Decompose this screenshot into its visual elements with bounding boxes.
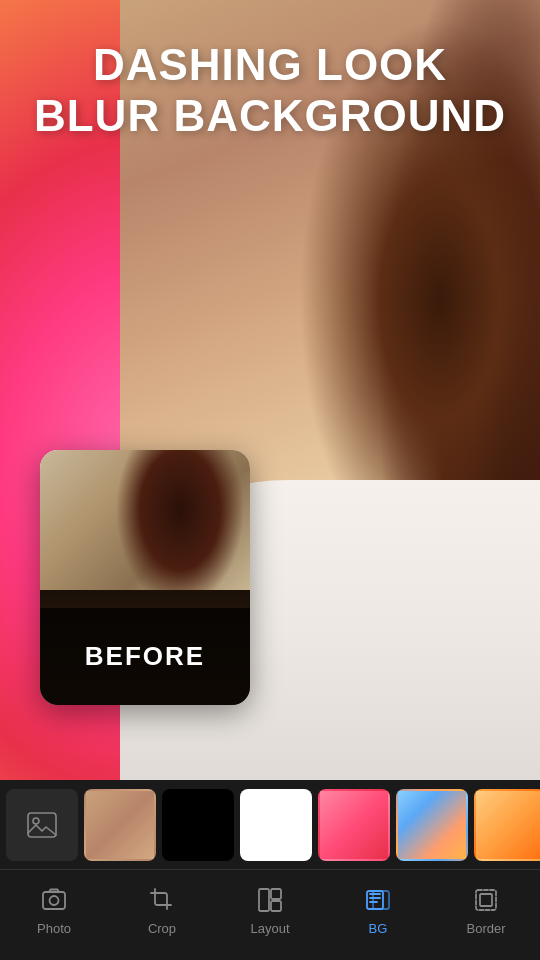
bg-option-gradient-pink[interactable] bbox=[318, 789, 390, 861]
svg-rect-0 bbox=[28, 813, 56, 837]
main-title: DASHING LOOK BLUR BACKGROUND bbox=[0, 40, 540, 141]
bg-option-original[interactable] bbox=[84, 789, 156, 861]
svg-point-1 bbox=[33, 818, 39, 824]
layout-icon bbox=[254, 884, 286, 916]
nav-label-photo: Photo bbox=[37, 921, 71, 936]
nav-item-bg[interactable]: BG bbox=[324, 876, 432, 944]
nav-label-border: Border bbox=[466, 921, 505, 936]
nav-label-crop: Crop bbox=[148, 921, 176, 936]
bottom-nav: Photo Crop Layout bbox=[0, 870, 540, 960]
crop-icon bbox=[146, 884, 178, 916]
nav-item-photo[interactable]: Photo bbox=[0, 876, 108, 944]
svg-rect-2 bbox=[43, 892, 65, 909]
border-icon bbox=[470, 884, 502, 916]
svg-rect-6 bbox=[271, 901, 281, 911]
before-card: BEFORE bbox=[40, 450, 250, 705]
nav-label-bg: BG bbox=[369, 921, 388, 936]
nav-label-layout: Layout bbox=[250, 921, 289, 936]
main-image-area: DASHING LOOK BLUR BACKGROUND BEFORE bbox=[0, 0, 540, 780]
bg-icon bbox=[362, 884, 394, 916]
bottom-toolbar: Photo Crop Layout bbox=[0, 780, 540, 960]
svg-point-3 bbox=[50, 896, 59, 905]
before-label-container: BEFORE bbox=[40, 608, 250, 705]
svg-rect-10 bbox=[480, 894, 492, 906]
nav-item-crop[interactable]: Crop bbox=[108, 876, 216, 944]
nav-item-layout[interactable]: Layout bbox=[216, 876, 324, 944]
svg-rect-5 bbox=[271, 889, 281, 899]
bg-option-placeholder-icon[interactable] bbox=[6, 789, 78, 861]
bg-option-gradient-orange[interactable] bbox=[474, 789, 540, 861]
bg-options-row bbox=[0, 780, 540, 870]
svg-rect-4 bbox=[259, 889, 269, 911]
before-label-text: BEFORE bbox=[85, 641, 205, 672]
bg-option-gradient-blue-orange[interactable] bbox=[396, 789, 468, 861]
bg-option-white[interactable] bbox=[240, 789, 312, 861]
svg-rect-9 bbox=[476, 890, 496, 910]
bg-option-black[interactable] bbox=[162, 789, 234, 861]
photo-icon bbox=[38, 884, 70, 916]
nav-item-border[interactable]: Border bbox=[432, 876, 540, 944]
